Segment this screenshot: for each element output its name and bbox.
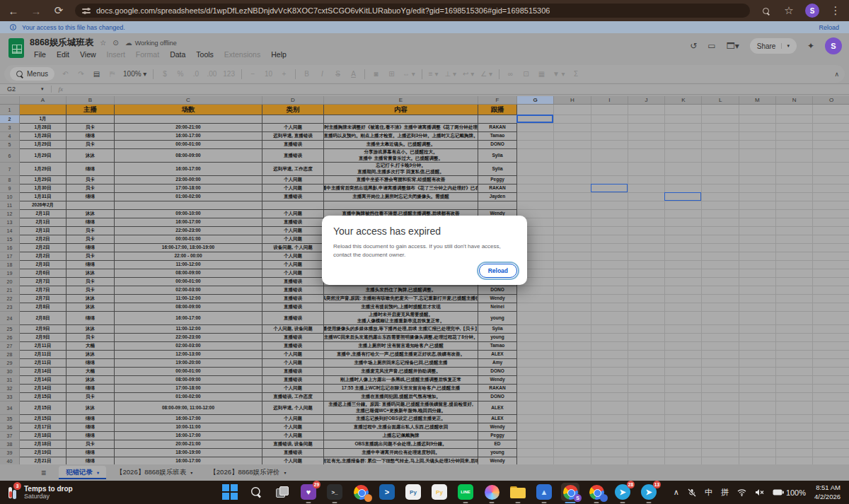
cell-L13[interactable] xyxy=(702,218,739,227)
cell-M9[interactable] xyxy=(739,184,776,193)
cell-C34[interactable]: 08:00-09:00, 11:00-12:00 xyxy=(115,402,262,415)
cell-M2[interactable] xyxy=(739,115,776,124)
cell-A26[interactable]: 2月9日 xyxy=(20,334,67,342)
cell-J1[interactable] xyxy=(628,105,665,115)
cell-L24[interactable] xyxy=(702,312,739,325)
cell-C26[interactable]: 22:00-23:00 xyxy=(115,334,262,342)
functions-icon[interactable]: Σ xyxy=(572,70,581,78)
cell-I30[interactable] xyxy=(591,368,628,376)
weather-widget[interactable]: 3 Temps to drop Saturday xyxy=(0,485,212,500)
cell-E22[interactable]: 麦风突然没声音,原因: 主播刚有咳嗽先把麦关一下,忘记重新打开麦,已提醒主播往后 xyxy=(324,295,478,303)
cell-K12[interactable] xyxy=(665,210,702,218)
cell-B4[interactable]: 绵绵 xyxy=(67,132,115,141)
cell-I5[interactable] xyxy=(591,141,628,149)
insert-link-icon[interactable]: ∞ xyxy=(506,70,515,78)
cell-N15[interactable] xyxy=(776,235,813,244)
cell-A10[interactable]: 1月31日 xyxy=(20,193,67,201)
column-header-C[interactable]: C xyxy=(115,96,262,104)
row-header-17[interactable]: 17 xyxy=(0,252,20,261)
cell-J29[interactable] xyxy=(628,359,665,368)
cell-H9[interactable] xyxy=(554,184,591,193)
cell-J30[interactable] xyxy=(628,368,665,376)
cell-N21[interactable] xyxy=(776,286,813,295)
banner-reload-link[interactable]: Reload xyxy=(819,24,839,31)
cell-L18[interactable] xyxy=(702,261,739,269)
cell-G5[interactable] xyxy=(517,141,554,149)
site-info-icon[interactable] xyxy=(82,7,91,14)
telegram-icon[interactable]: ➤28 xyxy=(613,483,632,501)
cell-M32[interactable] xyxy=(739,385,776,393)
cell-E37[interactable]: 上播忘记佩戴胸牌 xyxy=(324,432,478,440)
cell-C36[interactable]: 10:00-11:00 xyxy=(115,423,262,432)
row-header-16[interactable]: 16 xyxy=(0,244,20,252)
cell-O15[interactable] xyxy=(813,235,849,244)
cell-J17[interactable] xyxy=(628,252,665,261)
cell-L20[interactable] xyxy=(702,278,739,286)
cell-L17[interactable] xyxy=(702,252,739,261)
cell-B19[interactable]: 沐沐 xyxy=(67,269,115,278)
cell-J19[interactable] xyxy=(628,269,665,278)
cell-B5[interactable]: 贝卡 xyxy=(67,141,115,149)
cell-K3[interactable] xyxy=(665,124,702,132)
cell-A5[interactable]: 1月29日 xyxy=(20,141,67,149)
gemini-icon[interactable]: ✦ xyxy=(807,41,814,51)
cell-M27[interactable] xyxy=(739,342,776,351)
row-header-4[interactable]: 4 xyxy=(0,132,20,141)
cell-I23[interactable] xyxy=(591,303,628,312)
cell-B18[interactable]: 绵绵 xyxy=(67,261,115,269)
cell-I27[interactable] xyxy=(591,342,628,351)
cell-F31[interactable]: Wendy xyxy=(478,376,517,385)
cell-H25[interactable] xyxy=(554,325,591,334)
cell-B6[interactable]: 沐沐 xyxy=(67,149,115,163)
cell-E36[interactable]: 直播过程中,主播台面露出私人东西,已提醒收回 xyxy=(324,423,478,432)
cell-J7[interactable] xyxy=(628,163,665,176)
cell-E2[interactable] xyxy=(324,115,478,124)
cell-D31[interactable]: 直播错误 xyxy=(262,376,324,385)
zoom-select[interactable]: 100% ▾ xyxy=(123,70,146,78)
sheet-tab[interactable]: 犯错记录▾ xyxy=(59,466,106,479)
cell-G8[interactable] xyxy=(517,176,554,184)
cell-C28[interactable]: 12:00-13:00 xyxy=(115,351,262,359)
cell-D6[interactable]: 直播错误 xyxy=(262,149,324,163)
row-header-9[interactable]: 9 xyxy=(0,184,20,193)
cell-L1[interactable] xyxy=(702,105,739,115)
row-header-36[interactable]: 36 xyxy=(0,423,20,432)
cell-H21[interactable] xyxy=(554,286,591,295)
cell-O12[interactable] xyxy=(813,210,849,218)
cell-F4[interactable]: Tamao xyxy=(478,132,517,141)
cell-O11[interactable] xyxy=(813,201,849,210)
cell-D12[interactable]: 个人问题 xyxy=(262,210,324,218)
cell-J35[interactable] xyxy=(628,415,665,423)
document-title[interactable]: 8868娱乐城班表 xyxy=(30,37,93,49)
row-header-29[interactable]: 29 xyxy=(0,359,20,368)
cell-O25[interactable] xyxy=(813,325,849,334)
text-color-icon[interactable]: A xyxy=(349,70,358,78)
cell-F24[interactable]: young xyxy=(478,312,517,325)
cell-G11[interactable] xyxy=(517,201,554,210)
cell-C14[interactable]: 22:00-23:00 xyxy=(115,227,262,235)
cell-E5[interactable]: 主播坐太靠近镜头。已提醒调整。 xyxy=(324,141,478,149)
insert-chart-icon[interactable]: ▦ xyxy=(537,70,546,78)
cell-C18[interactable]: 11:00-12:00 xyxy=(115,261,262,269)
menu-insert[interactable]: Insert xyxy=(103,49,129,60)
menu-edit[interactable]: Edit xyxy=(52,49,74,60)
menu-help[interactable]: Help xyxy=(267,49,291,60)
cell-I18[interactable] xyxy=(591,261,628,269)
cell-B14[interactable]: 贝卡 xyxy=(67,227,115,235)
cell-M39[interactable] xyxy=(739,449,776,457)
cell-I31[interactable] xyxy=(591,376,628,385)
cell-C29[interactable]: 19:00-20:00 xyxy=(115,359,262,368)
undo-icon[interactable]: ↶ xyxy=(61,70,70,78)
cell-D19[interactable]: 个人问题 xyxy=(262,269,324,278)
format-percent-icon[interactable]: % xyxy=(175,70,185,78)
cell-J26[interactable] xyxy=(628,334,665,342)
cell-H26[interactable] xyxy=(554,334,591,342)
cell-O7[interactable] xyxy=(813,163,849,176)
cell-K29[interactable] xyxy=(665,359,702,368)
cell-D9[interactable]: 个人问题 xyxy=(262,184,324,193)
cell-A16[interactable]: 2月2日 xyxy=(20,244,67,252)
cell-A39[interactable]: 2月19日 xyxy=(20,449,67,457)
cell-L19[interactable] xyxy=(702,269,739,278)
cell-F6[interactable]: Sylia xyxy=(478,149,517,163)
cell-O40[interactable] xyxy=(813,457,849,464)
